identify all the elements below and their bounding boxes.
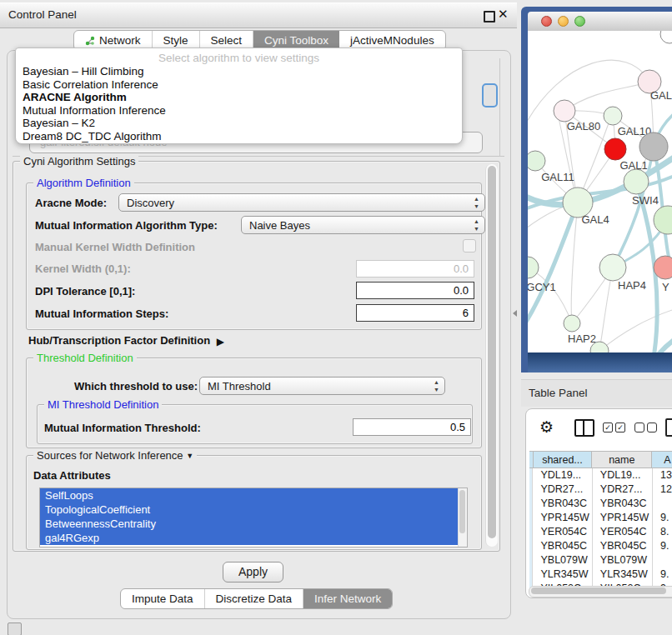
attributes-scrollbar[interactable] — [458, 488, 467, 547]
table-cell[interactable]: 9. — [653, 568, 672, 582]
algorithm-option[interactable]: Bayesian – Hill Climbing — [16, 65, 462, 78]
zoom-traffic-light-icon[interactable] — [574, 16, 585, 27]
attribute-item-selected[interactable]: SelfLoops — [40, 488, 467, 502]
table-cell[interactable]: YBR045C — [593, 539, 653, 553]
table-cell[interactable]: YBR043C — [533, 497, 592, 511]
network-node-gal11[interactable] — [528, 151, 545, 171]
table-cell[interactable]: YER054C — [533, 525, 592, 539]
table-cell[interactable]: YPR145W — [533, 511, 592, 525]
table-cell[interactable]: 8. — [653, 525, 672, 539]
float-window-icon[interactable] — [484, 11, 495, 22]
network-graph[interactable]: GALGAL80GAL10GAL1GAL11SWI4GAL4GCY1HAP4YH… — [528, 31, 672, 352]
algorithm-option[interactable]: Dream8 DC_TDC Algorithm — [16, 130, 462, 143]
network-node[interactable] — [654, 206, 672, 234]
table-cell[interactable]: YLR345W — [533, 568, 592, 582]
settings-scrollbar-thumb[interactable] — [488, 166, 496, 538]
attribute-item-selected[interactable]: TopologicalCoefficient — [40, 502, 467, 517]
table-cell[interactable]: YPR145W — [593, 511, 653, 525]
table-cell[interactable]: 9. — [653, 511, 672, 525]
settings-scrollbar[interactable] — [485, 164, 498, 547]
network-node-gal80[interactable] — [554, 100, 575, 122]
table-row[interactable]: YDL19...YDL19...13 — [529, 468, 672, 482]
chevron-right-icon: ▶ — [217, 336, 224, 348]
attributes-scrollbar-thumb[interactable] — [459, 490, 465, 533]
table-cell[interactable] — [653, 553, 672, 568]
document-icon[interactable] — [665, 418, 672, 437]
table-row[interactable]: YDR27...YDR27...12 — [529, 482, 672, 497]
table-row[interactable]: YBL079WYBL079W — [529, 553, 672, 568]
algorithm-option[interactable]: ARACNE Algorithm — [16, 91, 462, 104]
focused-combo-fragment[interactable] — [482, 83, 498, 108]
network-node-gal1[interactable] — [604, 138, 626, 160]
table-cell[interactable]: YBL079W — [533, 553, 592, 568]
table-cell[interactable]: YDR27... — [533, 482, 592, 497]
table-row[interactable]: YBR043CYBR043C — [529, 497, 672, 511]
network-view-window[interactable]: GALGAL80GAL10GAL1GAL11SWI4GAL4GCY1HAP4YH… — [521, 7, 672, 372]
node-label: GAL11 — [541, 171, 574, 183]
algorithm-option[interactable]: Bayesian – K2 — [16, 117, 462, 130]
tab-infer-network[interactable]: Infer Network — [303, 589, 392, 608]
dpi-tolerance-field[interactable]: 0.0 — [356, 282, 474, 299]
aracne-mode-select[interactable]: Discovery ▲▼ — [118, 193, 485, 212]
dock-grip-icon[interactable] — [8, 622, 22, 635]
table-panel-title: Table Panel — [529, 387, 588, 399]
table-cell[interactable]: YDL19... — [533, 468, 592, 482]
network-node-gcy1[interactable] — [528, 257, 539, 278]
unchecked-checkbox-icon[interactable] — [634, 422, 644, 432]
mi-threshold-field[interactable]: 0.5 — [353, 418, 471, 436]
table-cell[interactable]: YDR27... — [593, 482, 653, 497]
hub-definition-toggle[interactable]: Hub/Transcription Factor Definition ▶ — [28, 334, 221, 347]
checked-checkbox-icon[interactable]: ✓ — [615, 422, 625, 432]
table-cell[interactable]: YDL19... — [593, 468, 653, 482]
unchecked-checkbox-icon[interactable] — [647, 422, 657, 432]
network-node[interactable] — [639, 132, 668, 161]
table-row[interactable]: YLR345WYLR345W9. — [529, 568, 672, 582]
network-node-gal10[interactable] — [604, 107, 622, 125]
gear-icon[interactable]: ⚙ — [539, 419, 554, 436]
data-attributes-list[interactable]: SelfLoopsTopologicalCoefficientBetweenne… — [39, 488, 468, 548]
table-cell[interactable]: 13 — [653, 468, 672, 482]
sources-legend[interactable]: Sources for Network Inference ▼ — [33, 449, 197, 462]
mi-steps-field[interactable]: 6 — [356, 304, 474, 322]
network-node-swi4[interactable] — [624, 169, 649, 194]
table-row[interactable]: YER054CYER054C8. — [529, 525, 672, 539]
kernel-width-field[interactable]: 0.0 — [356, 260, 474, 278]
table-hscrollbar-thumb[interactable] — [531, 588, 666, 594]
tab-impute-data[interactable]: Impute Data — [121, 589, 205, 608]
column-header-shared[interactable]: shared... — [534, 451, 593, 468]
minimize-traffic-light-icon[interactable] — [558, 16, 569, 27]
which-threshold-select[interactable]: MI Threshold ▲▼ — [199, 377, 445, 395]
panel-divider-arrow[interactable] — [513, 310, 517, 317]
tab-discretize-data[interactable]: Discretize Data — [205, 589, 304, 608]
network-node-hap2[interactable] — [564, 315, 580, 332]
attribute-item-selected[interactable]: gal4RGexp — [40, 531, 467, 545]
table-hscrollbar[interactable] — [529, 586, 672, 598]
column-header-partial[interactable]: A — [652, 451, 672, 468]
columns-icon[interactable] — [574, 419, 594, 437]
table-cell[interactable]: YBR045C — [533, 539, 592, 553]
apply-button[interactable]: Apply — [223, 562, 283, 582]
mi-type-select[interactable]: Naive Bayes ▲▼ — [241, 216, 485, 234]
checked-checkbox-icon[interactable]: ✓ — [603, 422, 613, 432]
network-node-hap4[interactable] — [599, 254, 626, 281]
algorithm-option[interactable]: Mutual Information Inference — [16, 104, 462, 118]
network-window-titlebar[interactable] — [528, 12, 672, 32]
table-cell[interactable]: 12 — [653, 482, 672, 497]
table-cell[interactable] — [653, 497, 672, 511]
close-icon[interactable]: ✕ — [498, 7, 509, 22]
table-cell[interactable]: 9. — [653, 539, 672, 553]
close-traffic-light-icon[interactable] — [541, 16, 552, 27]
algorithm-popup-list: Bayesian – Hill ClimbingBasic Correlatio… — [16, 65, 462, 142]
table-cell[interactable]: YER054C — [593, 525, 653, 539]
table-cell[interactable]: YLR345W — [593, 568, 653, 582]
table-row[interactable]: YPR145WYPR145W9. — [529, 511, 672, 525]
network-canvas[interactable]: GALGAL80GAL10GAL1GAL11SWI4GAL4GCY1HAP4YH… — [528, 31, 672, 352]
manual-kernel-checkbox[interactable] — [463, 239, 476, 252]
network-node[interactable] — [660, 31, 672, 43]
attribute-item-selected[interactable]: BetweennessCentrality — [40, 517, 467, 531]
table-row[interactable]: YBR045CYBR045C9. — [529, 539, 672, 553]
table-cell[interactable]: YBR043C — [593, 497, 653, 511]
column-header-name[interactable]: name — [592, 451, 652, 468]
table-cell[interactable]: YBL079W — [593, 553, 653, 568]
algorithm-option[interactable]: Basic Correlation Inference — [16, 78, 462, 92]
